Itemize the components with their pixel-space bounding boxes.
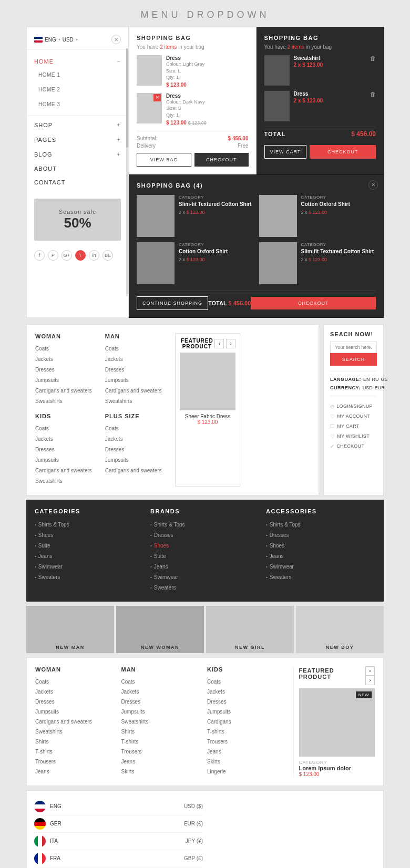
list-item[interactable]: Sweaters bbox=[266, 572, 375, 583]
menu-login-signup[interactable]: ⊙ LOGIN/SIGNUP bbox=[330, 401, 377, 411]
list-item[interactable]: Jumpsuits bbox=[35, 455, 101, 466]
list-item[interactable]: Jumpsuits bbox=[105, 455, 171, 466]
list-item[interactable]: Shoes bbox=[150, 541, 260, 551]
currency-eur[interactable]: EUR bbox=[375, 385, 385, 390]
list-item[interactable]: Sweaters bbox=[35, 572, 144, 583]
list-item[interactable]: Jeans bbox=[35, 767, 117, 777]
list-item[interactable]: Jeans bbox=[266, 551, 375, 562]
list-item[interactable]: Shirts & Tops bbox=[35, 520, 144, 530]
list-item[interactable]: Jackets bbox=[35, 434, 101, 445]
bag-dark-checkout-button[interactable]: CHECKOUT bbox=[310, 145, 376, 159]
social-twitter-icon[interactable]: T bbox=[75, 250, 86, 261]
list-item[interactable]: T-shirts bbox=[207, 727, 289, 737]
view-bag-button[interactable]: VIEW BAG bbox=[137, 153, 191, 167]
list-item[interactable]: Coats bbox=[35, 423, 101, 434]
list-item[interactable]: Trousers bbox=[207, 737, 289, 747]
banner-new-girl[interactable]: NEW GIRL bbox=[206, 606, 294, 653]
view-cart-button[interactable]: VIEW CART bbox=[264, 145, 307, 159]
list-item[interactable]: Swimwear bbox=[35, 562, 144, 572]
lang-ru[interactable]: RU bbox=[372, 377, 379, 382]
list-item[interactable]: Sweatshirts bbox=[105, 396, 171, 407]
list-item[interactable]: T-shirts bbox=[35, 747, 117, 757]
list-item[interactable]: Suite bbox=[35, 541, 144, 551]
search-button[interactable]: SEARCH bbox=[330, 353, 377, 366]
bag-dark-delete-1[interactable]: 🗑 bbox=[370, 55, 376, 61]
list-item[interactable]: Coats bbox=[35, 344, 101, 354]
list-item[interactable]: Jumpsuits bbox=[35, 375, 101, 386]
bag-big-close-button[interactable]: ✕ bbox=[368, 180, 378, 190]
featured-wishlist-icon[interactable]: ♡ bbox=[227, 356, 232, 363]
nav-item-home[interactable]: HOME − bbox=[27, 54, 128, 69]
lang-row-ita[interactable]: ITA JPY (¥) bbox=[34, 833, 203, 850]
list-item[interactable]: Coats bbox=[105, 344, 171, 354]
list-item[interactable]: Jeans bbox=[150, 562, 260, 572]
list-item[interactable]: Shirts bbox=[121, 727, 203, 737]
list-item[interactable]: Trousers bbox=[35, 757, 117, 767]
bag-dark-delete-2[interactable]: 🗑 bbox=[370, 91, 376, 97]
list-item[interactable]: Dresses bbox=[150, 530, 260, 541]
featured-next-button[interactable]: › bbox=[226, 339, 235, 348]
nav-close-button[interactable]: ✕ bbox=[111, 35, 121, 44]
social-instagram-icon[interactable]: in bbox=[89, 250, 99, 261]
search-input[interactable] bbox=[330, 342, 377, 353]
list-item[interactable]: Skirts bbox=[207, 757, 289, 767]
list-item[interactable]: Jackets bbox=[105, 434, 171, 445]
menu-my-account[interactable]: ♡ MY ACCOUNT bbox=[330, 411, 377, 421]
list-item[interactable]: Dresses bbox=[35, 445, 101, 455]
featured-col-prev-button[interactable]: ‹ bbox=[365, 666, 375, 676]
social-behance-icon[interactable]: BE bbox=[102, 250, 113, 261]
list-item[interactable]: Cardigans and sweaters bbox=[35, 466, 101, 476]
list-item[interactable]: Shoes bbox=[266, 541, 375, 551]
bag-big-checkout-button[interactable]: CHECKOUT bbox=[251, 297, 376, 309]
list-item[interactable]: Jackets bbox=[105, 354, 171, 365]
list-item[interactable]: Jackets bbox=[207, 687, 289, 697]
list-item[interactable]: Sweaters bbox=[150, 583, 260, 593]
lang-ge[interactable]: GE bbox=[381, 377, 388, 382]
list-item[interactable]: Jeans bbox=[207, 747, 289, 757]
list-item[interactable]: Sweatshirts bbox=[35, 727, 117, 737]
list-item[interactable]: Sweatshirts bbox=[121, 717, 203, 727]
list-item[interactable]: Cardigans bbox=[207, 717, 289, 727]
list-item[interactable]: Lingerie bbox=[207, 767, 289, 777]
list-item[interactable]: Jackets bbox=[35, 687, 117, 697]
social-facebook-icon[interactable]: f bbox=[34, 250, 45, 261]
list-item[interactable]: Coats bbox=[121, 677, 203, 687]
banner-new-woman[interactable]: NEW WOMAN bbox=[116, 606, 204, 653]
list-item[interactable]: T-shirts bbox=[121, 737, 203, 747]
list-item[interactable]: Shirts & Tops bbox=[150, 520, 260, 530]
menu-checkout[interactable]: ✓ CHECKOUT bbox=[330, 441, 377, 451]
list-item[interactable]: Sweatshirts bbox=[35, 396, 101, 407]
list-item[interactable]: Shirts & Tops bbox=[266, 520, 375, 530]
lang-row-fra1[interactable]: FRA GBP (£) bbox=[34, 850, 203, 867]
featured-prev-button[interactable]: ‹ bbox=[214, 339, 224, 348]
list-item[interactable]: Dresses bbox=[105, 445, 171, 455]
bag-checkout-button[interactable]: CHECKOUT bbox=[194, 153, 248, 167]
featured-col-next-button[interactable]: › bbox=[365, 676, 375, 685]
banner-new-boy[interactable]: NEW BOY bbox=[296, 606, 384, 653]
list-item[interactable]: Shoes bbox=[35, 530, 144, 541]
list-item[interactable]: Jumpsuits bbox=[35, 707, 117, 717]
list-item[interactable]: Coats bbox=[35, 677, 117, 687]
list-item[interactable]: Shirts bbox=[35, 737, 117, 747]
list-item[interactable]: Jumpsuits bbox=[121, 707, 203, 717]
nav-item-contact[interactable]: CONTACT bbox=[27, 175, 128, 189]
list-item[interactable]: Cardigans and sweaters bbox=[105, 386, 171, 396]
list-item[interactable]: Suite bbox=[150, 551, 260, 562]
menu-my-cart[interactable]: ☐ MY CART bbox=[330, 421, 377, 431]
list-item[interactable]: Jeans bbox=[35, 551, 144, 562]
lang-row-eng[interactable]: ENG USD ($) bbox=[34, 798, 203, 815]
list-item[interactable]: Dresses bbox=[105, 365, 171, 375]
social-pinterest-icon[interactable]: P bbox=[48, 250, 58, 261]
list-item[interactable]: Swimwear bbox=[266, 562, 375, 572]
currency-usd[interactable]: USD bbox=[363, 385, 373, 390]
list-item[interactable]: Trousers bbox=[121, 747, 203, 757]
list-item[interactable]: Jumpsuits bbox=[207, 707, 289, 717]
list-item[interactable]: Coats bbox=[105, 423, 171, 434]
nav-item-pages[interactable]: PAGES + bbox=[27, 132, 128, 147]
list-item[interactable]: Swimwear bbox=[150, 572, 260, 583]
list-item[interactable]: Coats bbox=[207, 677, 289, 687]
lang-row-ger[interactable]: GER EUR (€) bbox=[34, 815, 203, 833]
list-item[interactable]: Dresses bbox=[266, 530, 375, 541]
list-item[interactable]: Dresses bbox=[35, 365, 101, 375]
list-item[interactable]: Dresses bbox=[121, 697, 203, 707]
